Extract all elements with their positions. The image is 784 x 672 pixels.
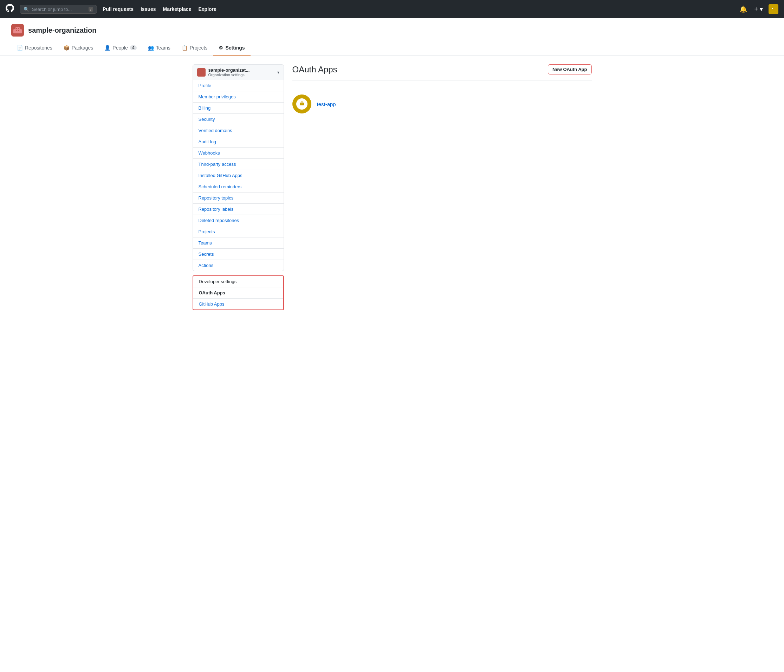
nav-right: 🔔 + ▾ [738, 4, 778, 14]
top-navigation: 🔍 Search or jump to... / Pull requests I… [0, 0, 784, 18]
svg-rect-1 [772, 8, 773, 9]
svg-rect-4 [16, 28, 17, 29]
tab-settings[interactable]: ⚙ Settings [213, 42, 250, 56]
oauth-apps-active-item[interactable]: OAuth Apps [193, 287, 283, 299]
sidebar-item-projects[interactable]: Projects [193, 226, 283, 237]
tab-packages[interactable]: 📦 Packages [58, 42, 99, 56]
sidebar-item-billing[interactable]: Billing [193, 102, 283, 114]
tab-people[interactable]: 👤 People 4 [99, 42, 142, 56]
sidebar-org-info: sample-organizat... Organization setting… [208, 67, 274, 77]
svg-rect-12 [301, 104, 302, 104]
user-avatar[interactable] [768, 4, 778, 14]
sidebar-item-member-privileges[interactable]: Member privileges [193, 92, 283, 102]
search-kbd: / [89, 7, 93, 12]
svg-rect-7 [18, 30, 19, 31]
sidebar-item-secrets[interactable]: Secrets [193, 249, 283, 260]
sidebar-org-name: sample-organizat... [208, 67, 274, 73]
org-tabs: 📄 Repositories 📦 Packages 👤 People 4 👥 T… [11, 42, 773, 56]
svg-rect-5 [18, 28, 19, 29]
svg-rect-10 [301, 102, 302, 102]
page-title: OAuth Apps [292, 65, 338, 74]
search-box[interactable]: 🔍 Search or jump to... / [20, 5, 97, 14]
sidebar-org-sub: Organization settings [208, 73, 274, 77]
chevron-down-icon: ▾ [277, 70, 279, 75]
content-header: OAuth Apps New OAuth App [292, 64, 592, 81]
notifications-button[interactable]: 🔔 [738, 4, 748, 14]
sidebar-item-profile[interactable]: Profile [193, 80, 283, 92]
people-badge: 4 [130, 45, 137, 50]
settings-icon: ⚙ [219, 45, 223, 51]
create-button[interactable]: + ▾ [753, 4, 764, 14]
people-icon: 👤 [104, 45, 110, 51]
tab-repositories[interactable]: 📄 Repositories [11, 42, 58, 56]
search-placeholder: Search or jump to... [32, 7, 72, 12]
org-avatar [11, 24, 24, 37]
app-name-link[interactable]: test-app [317, 101, 336, 107]
sidebar-item-audit-log[interactable]: Audit log [193, 136, 283, 147]
issues-link[interactable]: Issues [140, 6, 156, 12]
tab-projects[interactable]: 📋 Projects [176, 42, 213, 56]
sidebar-org-header[interactable]: sample-organizat... Organization setting… [193, 64, 284, 80]
sidebar-item-security[interactable]: Security [193, 114, 283, 125]
projects-icon: 📋 [182, 45, 188, 51]
developer-settings-header[interactable]: Developer settings [193, 276, 283, 287]
explore-link[interactable]: Explore [198, 6, 216, 12]
search-icon: 🔍 [23, 7, 29, 12]
nav-links: Pull requests Issues Marketplace Explore [103, 6, 216, 12]
sidebar-item-teams[interactable]: Teams [193, 237, 283, 249]
developer-settings-section: Developer settings OAuth Apps GitHub App… [193, 275, 284, 310]
main-content: OAuth Apps New OAuth App test-app [292, 64, 592, 672]
sidebar: sample-organizat... Organization setting… [193, 64, 284, 672]
sidebar-item-actions[interactable]: Actions [193, 260, 283, 271]
svg-rect-6 [16, 30, 17, 31]
org-header: sample-organization 📄 Repositories 📦 Pac… [0, 18, 784, 56]
sidebar-org-avatar [197, 68, 205, 77]
teams-icon: 👥 [148, 45, 154, 51]
svg-rect-9 [301, 101, 303, 103]
sidebar-item-webhooks[interactable]: Webhooks [193, 147, 283, 159]
app-list-item: test-app [292, 89, 592, 119]
sidebar-nav: Profile Member privileges Billing Securi… [193, 80, 284, 271]
packages-icon: 📦 [64, 45, 70, 51]
sidebar-item-github-apps[interactable]: GitHub Apps [193, 299, 283, 309]
svg-rect-11 [302, 102, 303, 102]
sidebar-item-repository-topics[interactable]: Repository topics [193, 192, 283, 204]
org-title-bar: sample-organization [11, 24, 773, 37]
sidebar-item-deleted-repositories[interactable]: Deleted repositories [193, 215, 283, 226]
main-layout: sample-organizat... Organization setting… [181, 56, 603, 672]
sidebar-item-third-party-access[interactable]: Third-party access [193, 159, 283, 170]
svg-rect-3 [16, 27, 20, 30]
org-name: sample-organization [28, 26, 96, 34]
marketplace-link[interactable]: Marketplace [163, 6, 191, 12]
sidebar-item-verified-domains[interactable]: Verified domains [193, 125, 283, 136]
repositories-icon: 📄 [17, 45, 23, 51]
sidebar-item-scheduled-reminders[interactable]: Scheduled reminders [193, 181, 283, 192]
new-oauth-app-button[interactable]: New OAuth App [548, 64, 591, 74]
sidebar-item-installed-github-apps[interactable]: Installed GitHub Apps [193, 170, 283, 181]
svg-rect-0 [772, 7, 776, 10]
pull-requests-link[interactable]: Pull requests [103, 6, 134, 12]
app-avatar [292, 95, 311, 113]
sidebar-item-repository-labels[interactable]: Repository labels [193, 204, 283, 215]
svg-rect-13 [302, 104, 303, 104]
github-logo[interactable] [6, 4, 14, 14]
tab-teams[interactable]: 👥 Teams [142, 42, 176, 56]
